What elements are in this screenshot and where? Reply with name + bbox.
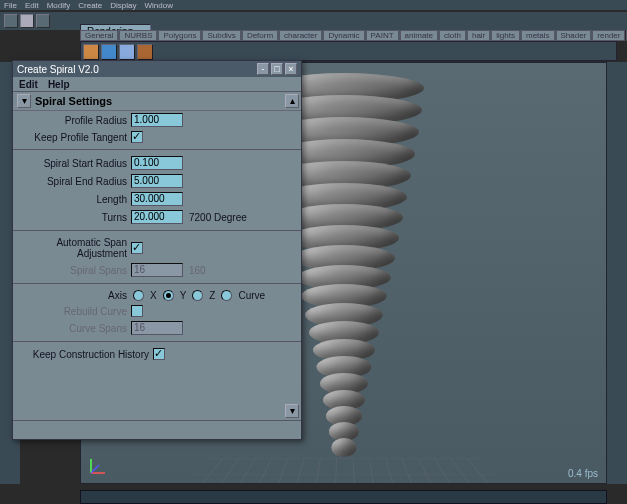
scroll-down-icon[interactable]: ▾ — [285, 404, 299, 418]
input-turns[interactable]: 20.000 — [131, 210, 183, 224]
tool-icon[interactable] — [4, 14, 18, 28]
close-icon[interactable]: × — [285, 63, 297, 75]
shelf-tab[interactable]: cloth — [439, 30, 466, 41]
label-keep-tangent: Keep Profile Tangent — [19, 132, 127, 143]
shelf-icon[interactable] — [119, 44, 135, 60]
label-start-radius: Spiral Start Radius — [19, 158, 127, 169]
scroll-up-icon[interactable]: ▴ — [285, 94, 299, 108]
dialog-body: ▴ ▾ Spiral Settings Profile Radius 1.000… — [13, 91, 301, 421]
dialog-menu-edit[interactable]: Edit — [19, 79, 38, 90]
label-spiral-spans: Spiral Spans — [19, 265, 127, 276]
menu-create[interactable]: Create — [78, 1, 102, 10]
input-start-radius[interactable]: 0.100 — [131, 156, 183, 170]
checkbox-auto-span[interactable] — [131, 242, 143, 254]
input-profile-radius[interactable]: 1.000 — [131, 113, 183, 127]
menu-modify[interactable]: Modify — [47, 1, 71, 10]
shelf-icon[interactable] — [137, 44, 153, 60]
input-end-radius[interactable]: 5.000 — [131, 174, 183, 188]
shelf-tab[interactable]: PAINT — [366, 30, 399, 41]
dialog-title: Create Spiral V2.0 — [17, 64, 99, 75]
shelf-tab[interactable]: Subdivs — [202, 30, 240, 41]
label-rebuild-curve: Rebuild Curve — [19, 306, 127, 317]
minimize-icon[interactable]: - — [257, 63, 269, 75]
shelf-tab[interactable]: character — [279, 30, 322, 41]
radio-axis-y[interactable] — [163, 290, 174, 301]
toolbar: Rendering▾ — [0, 12, 627, 30]
dialog-menu: Edit Help — [13, 77, 301, 91]
shelf-tab[interactable]: NURBS — [119, 30, 157, 41]
radio-axis-z[interactable] — [192, 290, 203, 301]
shelf-tab[interactable]: animate — [400, 30, 438, 41]
checkbox-rebuild-curve[interactable] — [131, 305, 143, 317]
tool-icon[interactable] — [36, 14, 50, 28]
shelf — [80, 41, 617, 61]
dialog-menu-help[interactable]: Help — [48, 79, 70, 90]
label-profile-radius: Profile Radius — [19, 115, 127, 126]
maximize-icon[interactable]: □ — [271, 63, 283, 75]
section-header: ▾ Spiral Settings — [13, 92, 301, 111]
checkbox-keep-tangent[interactable] — [131, 131, 143, 143]
menu-file[interactable]: File — [4, 1, 17, 10]
shelf-icon[interactable] — [83, 44, 99, 60]
label-auto-span: Automatic Span Adjustment — [19, 237, 127, 259]
menubar: File Edit Modify Create Display Window — [0, 0, 627, 10]
shelf-tab[interactable]: lights — [491, 30, 520, 41]
timeline[interactable] — [80, 490, 607, 504]
input-length[interactable]: 30.000 — [131, 192, 183, 206]
shelf-tab[interactable]: hair — [467, 30, 490, 41]
label-turns-suffix: 7200 Degree — [189, 212, 247, 223]
collapse-icon[interactable]: ▾ — [17, 94, 31, 108]
dialog-titlebar[interactable]: Create Spiral V2.0 - □ × — [13, 61, 301, 77]
shelf-tab[interactable]: metals — [521, 30, 555, 41]
shelf-tab[interactable]: Shader — [556, 30, 592, 41]
label-spans-suffix: 160 — [189, 265, 206, 276]
label-length: Length — [19, 194, 127, 205]
tool-icon[interactable] — [20, 14, 34, 28]
svg-line-2 — [91, 465, 99, 473]
checkbox-keep-history[interactable] — [153, 348, 165, 360]
input-spiral-spans: 16 — [131, 263, 183, 277]
create-spiral-dialog: Create Spiral V2.0 - □ × Edit Help ▴ ▾ S… — [12, 60, 302, 440]
shelf-tab[interactable]: General — [80, 30, 118, 41]
menu-display[interactable]: Display — [110, 1, 136, 10]
menu-window[interactable]: Window — [145, 1, 173, 10]
shelf-tab[interactable]: Dynamic — [323, 30, 364, 41]
radio-axis-curve[interactable] — [221, 290, 232, 301]
label-axis: Axis — [19, 290, 127, 301]
label-keep-history: Keep Construction History — [19, 349, 149, 360]
shelf-tab[interactable]: Polygons — [158, 30, 201, 41]
radio-axis-x[interactable] — [133, 290, 144, 301]
label-turns: Turns — [19, 212, 127, 223]
shelf-tab[interactable]: render — [592, 30, 625, 41]
label-curve-spans: Curve Spans — [19, 323, 127, 334]
shelf-icon[interactable] — [101, 44, 117, 60]
section-title: Spiral Settings — [35, 95, 112, 107]
menu-edit[interactable]: Edit — [25, 1, 39, 10]
shelf-tabs: General NURBS Polygons Subdivs Deform ch… — [80, 30, 617, 41]
fps-indicator: 0.4 fps — [568, 468, 598, 479]
input-curve-spans: 16 — [131, 321, 183, 335]
label-end-radius: Spiral End Radius — [19, 176, 127, 187]
shelf-tab[interactable]: Deform — [242, 30, 278, 41]
axis-indicator-icon — [87, 453, 111, 477]
sidebar-right — [607, 62, 627, 484]
